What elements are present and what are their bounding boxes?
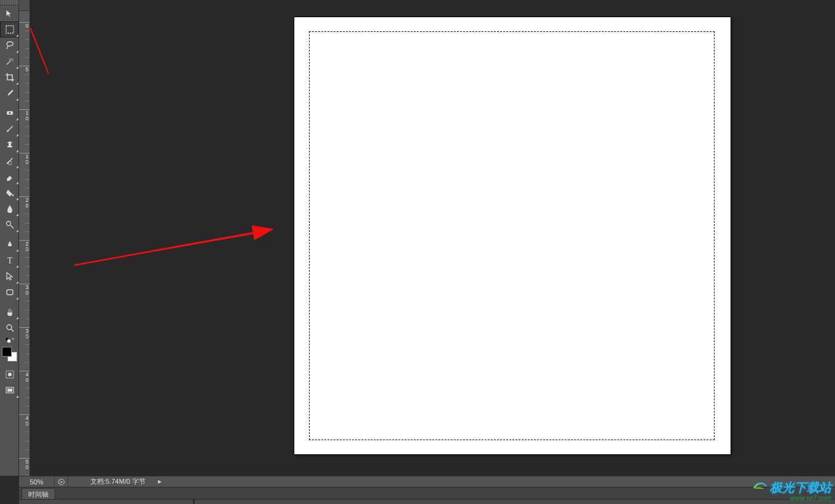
- document-canvas[interactable]: [294, 17, 731, 454]
- ruler-tick: 45: [19, 414, 29, 426]
- canvas-area[interactable]: [30, 0, 835, 476]
- path-selection-tool[interactable]: [0, 268, 19, 284]
- ruler-tick: 15: [19, 153, 29, 165]
- brush-tool[interactable]: [0, 121, 19, 137]
- color-swatch[interactable]: [0, 346, 19, 363]
- bottom-panel-tabs: 时间轴: [19, 487, 835, 499]
- foreground-color-swatch[interactable]: [2, 347, 12, 357]
- svg-rect-5: [7, 290, 13, 295]
- gradient-tool[interactable]: [0, 185, 19, 201]
- ruler-tick: 5: [19, 66, 29, 72]
- status-preview-icon[interactable]: [55, 476, 68, 487]
- clone-stamp-tool[interactable]: [0, 137, 19, 153]
- svg-rect-8: [7, 339, 10, 343]
- default-colors-icon[interactable]: [0, 336, 19, 344]
- ruler-tick: 30: [19, 284, 29, 295]
- ruler-tick: 25: [19, 240, 29, 252]
- blur-tool[interactable]: [0, 201, 19, 217]
- status-flyout-icon[interactable]: [154, 479, 165, 484]
- eyedropper-tool[interactable]: [0, 85, 19, 101]
- ruler-tick: 35: [19, 327, 29, 339]
- svg-point-14: [60, 481, 62, 483]
- ruler-tick: 10: [19, 109, 29, 121]
- zoom-level[interactable]: 50%: [19, 476, 55, 487]
- svg-point-10: [8, 373, 12, 376]
- eraser-tool[interactable]: [0, 169, 19, 185]
- lasso-tool[interactable]: [0, 37, 19, 53]
- quick-mask-mode-toggle[interactable]: [0, 366, 19, 382]
- rectangle-tool[interactable]: [0, 284, 19, 300]
- type-tool[interactable]: T: [0, 252, 19, 268]
- bottom-strip: [19, 499, 835, 504]
- ruler-origin-corner[interactable]: [19, 0, 30, 11]
- ruler-tick: 20: [19, 196, 29, 208]
- svg-rect-0: [6, 26, 14, 33]
- svg-point-2: [12, 195, 14, 196]
- hand-tool[interactable]: [0, 304, 19, 320]
- status-bar: 50% 文档:5.74M/0 字节: [19, 476, 835, 487]
- toolbox-grip[interactable]: [0, 0, 18, 6]
- svg-rect-12: [7, 389, 12, 392]
- document-info[interactable]: 文档:5.74M/0 字节: [68, 477, 154, 486]
- svg-point-6: [7, 325, 12, 330]
- ruler-tick: 40: [19, 371, 29, 382]
- panel-divider[interactable]: [193, 499, 195, 504]
- move-tool[interactable]: [0, 6, 19, 21]
- zoom-tool[interactable]: [0, 320, 19, 336]
- ruler-tick: 0: [19, 22, 29, 28]
- screen-mode-toggle[interactable]: [0, 382, 19, 398]
- annotation-arrow-icon: [30, 0, 337, 307]
- svg-text:T: T: [7, 256, 12, 265]
- pen-tool[interactable]: [0, 236, 19, 252]
- rectangular-marquee-tool[interactable]: [0, 21, 19, 37]
- spot-healing-brush-tool[interactable]: [0, 105, 19, 121]
- crop-tool[interactable]: [0, 69, 19, 85]
- dodge-tool[interactable]: [0, 217, 19, 233]
- tab-timeline[interactable]: 时间轴: [22, 488, 55, 499]
- history-brush-tool[interactable]: [0, 153, 19, 169]
- vertical-ruler[interactable]: 05101520253035404550: [19, 0, 30, 476]
- toolbox: T: [0, 0, 19, 476]
- svg-point-3: [6, 222, 10, 226]
- magic-wand-tool[interactable]: [0, 53, 19, 69]
- ruler-tick: 50: [19, 458, 29, 470]
